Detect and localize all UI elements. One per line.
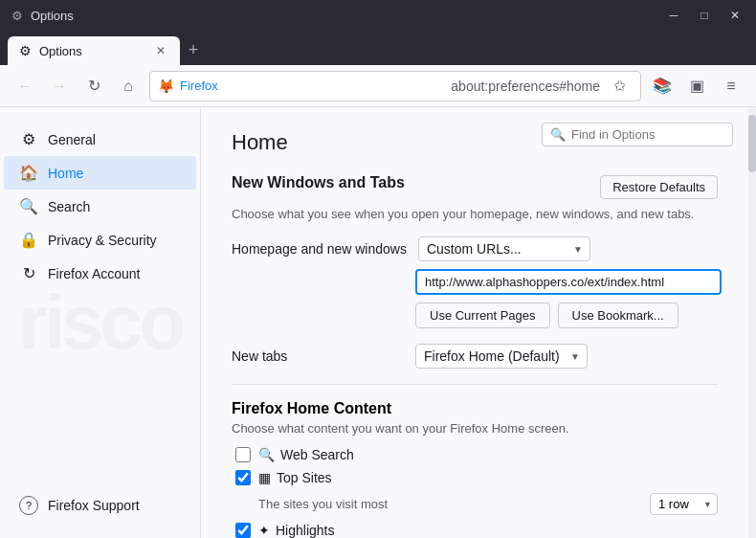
options-tab[interactable]: ⚙ Options ✕: [8, 36, 180, 65]
new-windows-tabs-section: New Windows and Tabs Restore Defaults Ch…: [232, 174, 718, 369]
search-nav-icon: 🔍: [19, 197, 38, 215]
find-bar: 🔍: [542, 123, 733, 146]
top-sites-rows-row: The sites you visit most 1 row 2 rows 3 …: [258, 493, 718, 515]
account-icon: ↻: [19, 264, 38, 282]
content-area: 🔍 Home New Windows and Tabs Restore Defa…: [201, 107, 748, 538]
browser-toolbar: ← → ↻ ⌂ 🦊 Firefox about:preferences#home…: [0, 65, 756, 107]
support-icon: ?: [19, 496, 38, 515]
main-layout: risco ⚙ General 🏠 Home 🔍 Search 🔒 Privac…: [0, 107, 756, 538]
highlights-icon: ✦: [258, 523, 270, 538]
web-search-icon: 🔍: [258, 447, 275, 462]
sidebar-item-account-label: Firefox Account: [48, 266, 141, 281]
highlights-row: ✦ Highlights: [232, 523, 718, 538]
sidebar-item-support[interactable]: ? Firefox Support: [4, 488, 196, 523]
sidebar-item-privacy-label: Privacy & Security: [48, 233, 157, 248]
top-sites-rows-select-wrapper: 1 row 2 rows 3 rows 4 rows ▼: [650, 493, 718, 515]
window-title-icon: ⚙: [11, 9, 23, 23]
sidebar-item-privacy[interactable]: 🔒 Privacy & Security: [4, 223, 196, 257]
restore-defaults-button[interactable]: Restore Defaults: [600, 175, 718, 199]
tab-label: Options: [39, 44, 82, 58]
top-sites-checkbox[interactable]: [235, 470, 251, 485]
watermark-decoration: risco: [18, 279, 182, 367]
address-prefix: Firefox: [180, 78, 445, 93]
homepage-select-wrapper: Custom URLs... Firefox Home (Default) Bl…: [418, 236, 590, 261]
highlights-checkbox[interactable]: [235, 523, 251, 538]
homepage-row: Homepage and new windows Custom URLs... …: [232, 236, 718, 261]
web-search-label: 🔍 Web Search: [258, 447, 354, 462]
sidebar-item-search[interactable]: 🔍 Search: [4, 190, 196, 223]
homepage-select[interactable]: Custom URLs... Firefox Home (Default) Bl…: [418, 236, 590, 261]
url-action-buttons-row: Use Current Pages Use Bookmark...: [415, 303, 718, 328]
top-sites-row: ▦ Top Sites: [232, 470, 718, 485]
general-icon: ⚙: [19, 130, 38, 148]
url-input-row: [415, 269, 718, 295]
sidebar-support-label: Firefox Support: [48, 498, 140, 513]
bookmarks-icon[interactable]: 📚: [649, 73, 676, 100]
sidebar-item-search-label: Search: [48, 199, 90, 214]
new-tabs-select-wrapper: Firefox Home (Default) Blank Page ▼: [415, 344, 588, 369]
tab-close-button[interactable]: ✕: [153, 43, 168, 58]
scrollbar-thumb[interactable]: [748, 115, 756, 172]
sidebar-item-home[interactable]: 🏠 Home: [4, 156, 196, 190]
new-tabs-select[interactable]: Firefox Home (Default) Blank Page: [415, 344, 588, 369]
top-sites-icon: ▦: [258, 470, 271, 485]
sidebar-item-general-label: General: [48, 132, 96, 147]
firefox-logo-icon: 🦊: [158, 78, 174, 94]
tab-strip: ⚙ Options ✕ +: [0, 31, 756, 65]
find-in-options-input[interactable]: [571, 127, 705, 142]
top-sites-sub-row: The sites you visit most 1 row 2 rows 3 …: [258, 493, 718, 515]
firefox-home-content-section: Firefox Home Content Choose what content…: [232, 400, 718, 538]
title-bar: ⚙ Options ─ □ ✕: [0, 0, 756, 31]
window-title: Options: [31, 9, 74, 23]
firefox-home-desc: Choose what content you want on your Fir…: [232, 421, 718, 436]
section-divider: [232, 384, 718, 385]
highlights-label: ✦ Highlights: [258, 523, 334, 538]
new-tabs-row: New tabs Firefox Home (Default) Blank Pa…: [232, 344, 718, 369]
sidebar-item-general[interactable]: ⚙ General: [4, 123, 196, 156]
sidebar-item-account[interactable]: ↻ Firefox Account: [4, 257, 196, 290]
homepage-url-input[interactable]: [415, 269, 722, 295]
web-search-checkbox[interactable]: [235, 447, 251, 462]
back-button[interactable]: ←: [11, 73, 38, 100]
new-windows-tabs-desc: Choose what you see when you open your h…: [232, 207, 718, 221]
sidebar-toggle-icon[interactable]: ▣: [683, 73, 710, 100]
sidebar-bottom: ? Firefox Support: [0, 488, 200, 523]
bookmark-star-icon[interactable]: ✩: [606, 73, 633, 100]
section-header-row: New Windows and Tabs Restore Defaults: [232, 174, 718, 199]
home-button[interactable]: ⌂: [115, 73, 142, 100]
reload-button[interactable]: ↻: [80, 73, 107, 100]
maximize-button[interactable]: □: [691, 2, 718, 29]
firefox-home-title: Firefox Home Content: [232, 400, 718, 417]
address-bar[interactable]: 🦊 Firefox about:preferences#home ✩: [149, 71, 641, 101]
address-url: about:preferences#home: [451, 78, 600, 94]
tab-favicon: ⚙: [19, 43, 32, 58]
use-bookmark-button[interactable]: Use Bookmark...: [558, 303, 678, 328]
new-tabs-label: New tabs: [232, 348, 404, 364]
minimize-button[interactable]: ─: [660, 2, 687, 29]
scrollbar[interactable]: [748, 107, 756, 538]
use-current-pages-button[interactable]: Use Current Pages: [415, 303, 550, 328]
forward-button[interactable]: →: [46, 73, 73, 100]
top-sites-sub-label: The sites you visit most: [258, 497, 388, 511]
home-nav-icon: 🏠: [19, 164, 38, 182]
privacy-icon: 🔒: [19, 231, 38, 249]
web-search-row: 🔍 Web Search: [232, 447, 718, 462]
sidebar: risco ⚙ General 🏠 Home 🔍 Search 🔒 Privac…: [0, 107, 201, 538]
sidebar-item-home-label: Home: [48, 166, 83, 181]
new-tab-button[interactable]: +: [180, 36, 207, 63]
homepage-label: Homepage and new windows: [232, 241, 407, 257]
find-search-icon: 🔍: [550, 127, 566, 142]
top-sites-rows-select[interactable]: 1 row 2 rows 3 rows 4 rows: [650, 493, 718, 515]
find-input-wrapper: 🔍: [542, 123, 733, 146]
menu-icon[interactable]: ≡: [718, 73, 745, 100]
close-window-button[interactable]: ✕: [722, 2, 748, 29]
top-sites-label: ▦ Top Sites: [258, 470, 332, 485]
new-windows-tabs-title: New Windows and Tabs: [232, 174, 405, 191]
